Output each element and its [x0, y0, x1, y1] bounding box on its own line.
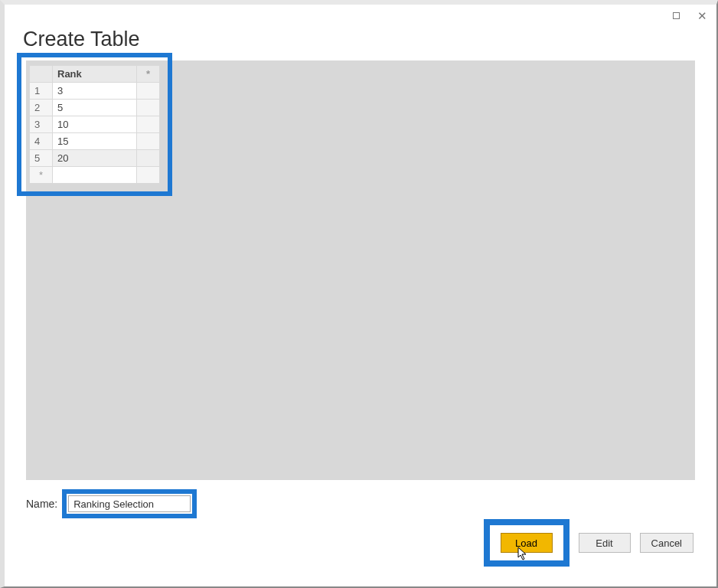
table-row[interactable]: 5 20 — [30, 150, 160, 167]
table-name-input[interactable] — [68, 495, 191, 512]
new-row[interactable]: * — [30, 167, 160, 184]
close-button[interactable]: ✕ — [692, 8, 712, 23]
maximize-icon — [673, 12, 680, 19]
load-highlight: Load — [484, 519, 570, 567]
preview-canvas: Rank * 1 3 2 5 3 10 — [26, 60, 695, 480]
corner-cell — [30, 66, 53, 83]
name-row: Name: — [26, 489, 695, 518]
add-column-header[interactable]: * — [137, 66, 160, 83]
add-row[interactable]: * — [30, 167, 53, 184]
cell[interactable]: 3 — [53, 83, 137, 100]
name-label: Name: — [26, 498, 57, 510]
table-row[interactable]: 1 3 — [30, 83, 160, 100]
edit-button[interactable]: Edit — [579, 533, 631, 553]
close-icon: ✕ — [697, 10, 707, 21]
content-area: Rank * 1 3 2 5 3 10 — [26, 60, 695, 518]
cell[interactable] — [137, 133, 160, 150]
dialog-footer: Load Edit Cancel — [484, 519, 694, 567]
cell[interactable]: 15 — [53, 133, 137, 150]
row-number: 4 — [30, 133, 53, 150]
row-number: 1 — [30, 83, 53, 100]
row-number: 5 — [30, 150, 53, 167]
cell[interactable]: 10 — [53, 116, 137, 133]
title-bar: ✕ — [5, 5, 716, 26]
cell[interactable]: 5 — [53, 100, 137, 116]
data-grid[interactable]: Rank * 1 3 2 5 3 10 — [29, 65, 160, 184]
cell[interactable] — [137, 150, 160, 167]
dialog-window: ✕ Create Table Rank * 1 3 — [0, 0, 718, 588]
cell[interactable] — [53, 167, 137, 184]
table-row[interactable]: 3 10 — [30, 116, 160, 133]
cell[interactable] — [137, 167, 160, 184]
cancel-button[interactable]: Cancel — [640, 533, 694, 553]
table-row[interactable]: 4 15 — [30, 133, 160, 150]
table-highlight: Rank * 1 3 2 5 3 10 — [17, 53, 172, 196]
column-header[interactable]: Rank — [53, 66, 137, 83]
row-number: 3 — [30, 116, 53, 133]
cell[interactable] — [137, 116, 160, 133]
cell[interactable] — [137, 83, 160, 100]
table-row[interactable]: 2 5 — [30, 100, 160, 116]
maximize-button[interactable] — [666, 8, 686, 23]
row-number: 2 — [30, 100, 53, 116]
cell[interactable]: 20 — [53, 150, 137, 167]
name-highlight — [62, 489, 197, 518]
cell[interactable] — [137, 100, 160, 116]
load-button[interactable]: Load — [501, 533, 553, 553]
